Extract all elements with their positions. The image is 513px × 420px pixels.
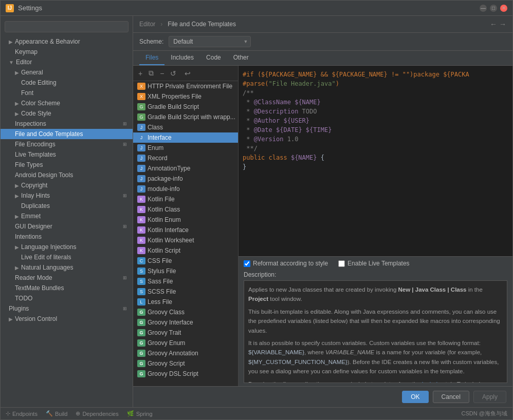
sidebar-item-duplicates[interactable]: Duplicates bbox=[1, 201, 133, 211]
list-item[interactable]: J Record bbox=[133, 153, 238, 163]
tab-files[interactable]: Files bbox=[139, 51, 164, 65]
taskbar-build[interactable]: 🔨 Build bbox=[46, 410, 67, 417]
sidebar-item-reader-mode[interactable]: Reader Mode ⊞ bbox=[1, 273, 133, 283]
list-item[interactable]: J Class bbox=[133, 122, 238, 132]
sidebar-item-android-design-tools[interactable]: Android Design Tools bbox=[1, 170, 133, 180]
code-line: * @Description TODO bbox=[243, 107, 508, 116]
list-item[interactable]: K Kotlin File bbox=[133, 194, 238, 204]
list-item[interactable]: G Groovy Trait bbox=[133, 328, 238, 338]
java-icon: J bbox=[137, 175, 145, 182]
close-button[interactable]: ✕ bbox=[500, 5, 507, 12]
tab-code[interactable]: Code bbox=[200, 51, 227, 65]
sidebar-item-font[interactable]: Font bbox=[1, 88, 133, 98]
reformat-checkbox-label[interactable]: Reformat according to style bbox=[244, 260, 328, 267]
file-encodings-badge: ⊞ bbox=[121, 141, 129, 148]
sidebar-item-general[interactable]: ▶ General bbox=[1, 67, 133, 78]
titlebar: IJ Settings — □ ✕ bbox=[1, 1, 512, 16]
sidebar-item-gui-designer[interactable]: GUI Designer ⊞ bbox=[1, 221, 133, 232]
add-template-button[interactable]: + bbox=[136, 68, 144, 79]
copy-template-button[interactable]: ⧉ bbox=[146, 68, 156, 79]
list-item[interactable]: K Kotlin Enum bbox=[133, 215, 238, 225]
list-item[interactable]: K Kotlin Script bbox=[133, 245, 238, 256]
sidebar-item-copyright[interactable]: ▶ Copyright bbox=[1, 180, 133, 190]
list-item[interactable]: G Groovy Class bbox=[133, 307, 238, 317]
sidebar-item-editor[interactable]: ▼ Editor bbox=[1, 57, 133, 67]
code-line: } bbox=[243, 162, 508, 171]
code-line: * @Version 1.0 bbox=[243, 135, 508, 144]
sidebar-item-natural-languages[interactable]: ▶ Natural Languages bbox=[1, 262, 133, 273]
sidebar-item-todo[interactable]: TODO bbox=[1, 293, 133, 303]
list-item[interactable]: G Groovy Annotation bbox=[133, 348, 238, 358]
sidebar-item-language-injections[interactable]: ▶ Language Injections bbox=[1, 242, 133, 252]
sidebar-item-inlay-hints[interactable]: ▶ Inlay Hints ⊞ bbox=[1, 190, 133, 201]
live-templates-checkbox[interactable] bbox=[338, 260, 345, 267]
taskbar-spring[interactable]: 🌿 Spring bbox=[127, 410, 153, 417]
tab-other[interactable]: Other bbox=[227, 51, 255, 65]
list-item[interactable]: C CSS File bbox=[133, 256, 238, 266]
expand-icon: ▶ bbox=[9, 316, 13, 322]
sidebar-item-code-editing[interactable]: Code Editing bbox=[1, 78, 133, 88]
expand-icon: ▶ bbox=[15, 265, 19, 271]
list-item[interactable]: G Gradle Build Script with wrapp... bbox=[133, 112, 238, 122]
remove-template-button[interactable]: − bbox=[158, 68, 166, 79]
css-icon: S bbox=[137, 278, 145, 285]
ok-button[interactable]: OK bbox=[402, 391, 428, 403]
css-icon: S bbox=[137, 288, 145, 295]
forward-arrow[interactable]: → bbox=[499, 20, 506, 28]
list-item[interactable]: G Groovy DSL Script bbox=[133, 369, 238, 379]
apply-button[interactable]: Apply bbox=[473, 391, 506, 403]
list-item[interactable]: J package-info bbox=[133, 174, 238, 184]
sidebar-item-intentions[interactable]: Intentions bbox=[1, 232, 133, 242]
code-editor[interactable]: #if (${PACKAGE_NAME} && ${PACKAGE_NAME} … bbox=[239, 66, 512, 256]
revert-template-button[interactable]: ↩ bbox=[182, 68, 193, 79]
sidebar-item-version-control[interactable]: ▶ Version Control bbox=[1, 314, 133, 324]
list-item[interactable]: K Kotlin Class bbox=[133, 204, 238, 215]
list-item[interactable]: S SCSS File bbox=[133, 287, 238, 297]
live-templates-checkbox-label[interactable]: Enable Live Templates bbox=[338, 260, 410, 267]
list-item[interactable]: L Less File bbox=[133, 297, 238, 307]
list-item[interactable]: G Groovy Interface bbox=[133, 317, 238, 328]
list-item[interactable]: X XML Properties File bbox=[133, 91, 238, 102]
sidebar-item-code-style[interactable]: ▶ Code Style bbox=[1, 108, 133, 119]
sidebar-item-keymap[interactable]: Keymap bbox=[1, 47, 133, 57]
sidebar-item-live-edit[interactable]: Live Edit of literals bbox=[1, 252, 133, 262]
back-arrow[interactable]: ← bbox=[490, 20, 497, 28]
groovy-icon: G bbox=[137, 350, 145, 357]
reader-mode-badge: ⊞ bbox=[121, 274, 129, 281]
maximize-button[interactable]: □ bbox=[490, 5, 497, 12]
sidebar-item-live-templates[interactable]: Live Templates bbox=[1, 149, 133, 160]
sidebar-item-color-scheme[interactable]: ▶ Color Scheme bbox=[1, 98, 133, 108]
list-item-interface[interactable]: J Interface bbox=[133, 132, 238, 143]
dialog-footer: OK Cancel Apply bbox=[133, 386, 512, 407]
sidebar-item-appearance[interactable]: ▶ Appearance & Behavior bbox=[1, 36, 133, 47]
taskbar-endpoints[interactable]: ⊹ Endpoints bbox=[6, 410, 38, 417]
list-item[interactable]: J module-info bbox=[133, 184, 238, 194]
sidebar-item-file-and-code-templates[interactable]: File and Code Templates bbox=[1, 129, 133, 139]
reformat-checkbox[interactable] bbox=[244, 260, 250, 267]
scheme-select[interactable]: Default Project bbox=[169, 36, 251, 47]
sidebar-item-inspections[interactable]: Inspections ⊞ bbox=[1, 119, 133, 129]
taskbar-dependencies[interactable]: ⊕ Dependencies bbox=[76, 410, 118, 417]
list-item[interactable]: J Enum bbox=[133, 143, 238, 153]
sidebar-item-emmet[interactable]: ▶ Emmet bbox=[1, 211, 133, 221]
search-input[interactable] bbox=[5, 21, 129, 32]
minimize-button[interactable]: — bbox=[480, 5, 487, 12]
list-item[interactable]: G Groovy Enum bbox=[133, 338, 238, 348]
list-item[interactable]: K Kotlin Interface bbox=[133, 225, 238, 235]
sidebar-item-file-types[interactable]: File Types bbox=[1, 160, 133, 170]
reset-template-button[interactable]: ↺ bbox=[168, 68, 178, 79]
tab-includes[interactable]: Includes bbox=[164, 51, 200, 65]
kotlin-icon: K bbox=[137, 226, 145, 234]
list-item[interactable]: G Groovy Script bbox=[133, 358, 238, 369]
sidebar-item-plugins[interactable]: Plugins ⊞ bbox=[1, 303, 133, 314]
list-item[interactable]: K Kotlin Worksheet bbox=[133, 235, 238, 245]
right-panel: Editor › File and Code Templates ← → Sch… bbox=[133, 16, 512, 407]
sidebar-item-textmate[interactable]: TextMate Bundles bbox=[1, 283, 133, 293]
list-item[interactable]: S Sass File bbox=[133, 276, 238, 287]
list-item[interactable]: G Gradle Build Script bbox=[133, 102, 238, 112]
sidebar-item-file-encodings[interactable]: File Encodings ⊞ bbox=[1, 139, 133, 149]
list-item[interactable]: S Stylus File bbox=[133, 266, 238, 276]
cancel-button[interactable]: Cancel bbox=[433, 391, 469, 403]
list-item[interactable]: X HTTP Private Environment File bbox=[133, 81, 238, 91]
list-item[interactable]: J AnnotationType bbox=[133, 163, 238, 174]
